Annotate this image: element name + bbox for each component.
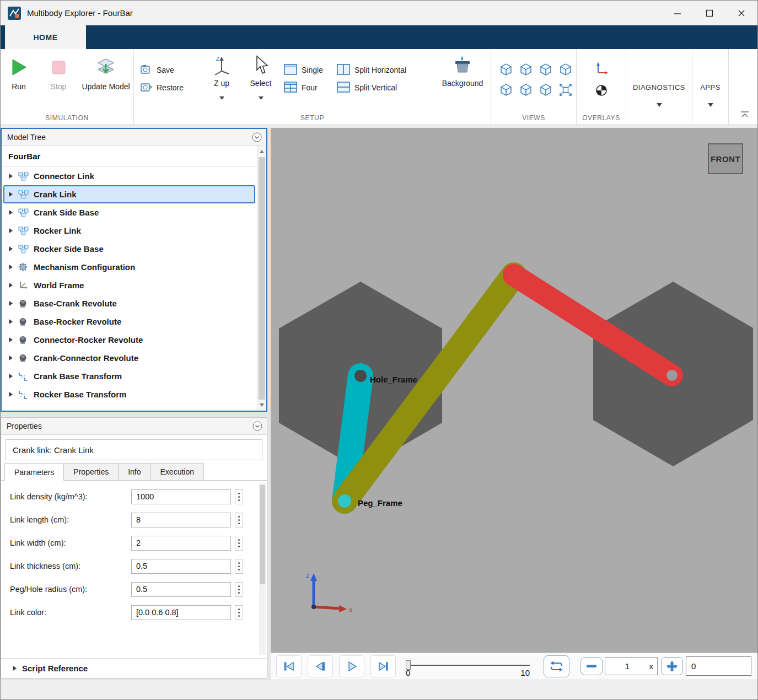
kebab-menu-button[interactable] [235,513,243,527]
peg-frame-marker[interactable] [338,494,351,508]
expand-arrow-icon[interactable] [8,355,13,361]
property-value-input[interactable]: 0.5 [131,582,231,597]
run-button[interactable]: Run [3,55,35,92]
split-vertical-button[interactable]: Split Vertical [337,79,406,96]
tree-item-connector-rocker-revolute[interactable]: Connector-Rocker Revolute [2,331,257,349]
slider-track[interactable] [406,665,530,666]
property-value-input[interactable]: [0.0 0.6 0.8] [131,605,231,620]
property-value-input[interactable]: 8 [131,513,231,527]
expand-arrow-icon[interactable] [8,246,13,252]
side-view-cube-icon[interactable] [519,62,533,77]
step-back-button[interactable] [308,655,333,677]
stop-button[interactable]: Stop [42,55,74,92]
crank-connector-joint[interactable] [506,267,522,283]
kebab-menu-button[interactable] [235,489,243,504]
tree-root-fourbar[interactable]: FourBar [2,146,257,167]
property-value-input[interactable]: 0.5 [131,559,231,574]
step-forward-button[interactable] [370,655,396,677]
tree-item-mechanism-configuration[interactable]: Mechanism Configuration [2,258,257,276]
update-model-button[interactable]: Update Model [80,55,132,92]
expand-arrow-icon[interactable] [8,337,13,343]
tree-item-crank-side-base[interactable]: Crank Side Base [2,203,257,222]
tab-info[interactable]: Info [118,463,150,480]
scroll-up-icon[interactable] [257,147,266,156]
kebab-menu-button[interactable] [235,559,243,574]
background-button[interactable]: Background [436,53,489,89]
speed-increase-button[interactable] [661,657,683,675]
collapse-panel-button[interactable] [252,421,262,431]
frame-triad-overlay-button[interactable] [594,61,609,78]
expand-arrow-icon[interactable] [8,191,13,197]
viewport-3d[interactable]: Hole_Frame Peg_Frame z x FRONT [271,128,758,653]
kebab-menu-button[interactable] [235,582,243,597]
property-value-input[interactable]: 1000 [131,489,231,504]
diagnostics-menu[interactable]: DIAGNOSTICS [626,49,692,125]
save-view-button[interactable]: Save [141,61,184,79]
script-reference-expander[interactable]: Script Reference [1,658,267,678]
four-view-button[interactable]: Four [284,79,323,96]
expand-arrow-icon[interactable] [8,300,13,306]
scroll-down-icon[interactable] [257,401,266,410]
scrollbar-thumb[interactable] [259,157,265,400]
minimize-button[interactable] [662,1,694,25]
expand-arrow-icon[interactable] [8,264,13,270]
apps-menu[interactable]: APPS [692,49,729,125]
current-time-input[interactable]: 0 [686,656,751,676]
zoom-to-fit-icon[interactable] [558,83,573,97]
front-view-cube-icon[interactable] [499,62,513,77]
properties-scrollbar[interactable] [259,483,266,655]
expand-arrow-icon[interactable] [8,282,13,288]
split-horizontal-button[interactable]: Split Horizontal [337,61,406,79]
play-button[interactable] [339,655,364,677]
tree-item-rocker-side-base[interactable]: Rocker Side Base [2,240,257,258]
expand-arrow-icon[interactable] [8,173,13,179]
z-up-button[interactable]: z Z up [205,53,239,102]
kebab-menu-button[interactable] [235,536,243,551]
rocker-hole[interactable] [666,370,678,381]
tab-execution[interactable]: Execution [150,463,204,480]
model-tree-scrollbar[interactable] [257,146,266,411]
time-slider[interactable]: 0 10 [406,653,530,680]
tree-item-connector-link[interactable]: Connector Link [2,167,257,185]
view-orientation-button[interactable]: FRONT [708,143,743,174]
tab-parameters[interactable]: Parameters [4,463,64,481]
expand-arrow-icon[interactable] [8,209,13,216]
maximize-button[interactable] [694,1,725,25]
speed-decrease-button[interactable] [580,657,603,675]
tree-item-crank-base-transform[interactable]: Crank Base Transform [2,367,257,385]
expand-arrow-icon[interactable] [8,391,13,397]
property-value-input[interactable]: 2 [131,536,231,551]
isometric-view-cube-icon[interactable] [558,62,573,77]
kebab-menu-button[interactable] [235,605,243,620]
go-to-start-button[interactable] [276,655,302,677]
back-view-cube-icon[interactable] [499,83,513,97]
restore-view-button[interactable]: Restore [141,79,184,96]
tree-item-rocker-base-transform[interactable]: Rocker Base Transform [2,385,257,403]
panel-splitter[interactable] [1,412,267,417]
loop-button[interactable] [544,655,569,677]
speed-input[interactable]: 1 x [605,657,658,675]
tab-properties[interactable]: Properties [63,463,119,480]
tab-home[interactable]: HOME [5,25,86,49]
tree-item-crank-link[interactable]: Crank Link [3,185,255,203]
scrollbar-thumb[interactable] [260,485,265,584]
tree-item-base-crank-revolute[interactable]: Base-Crank Revolute [2,294,257,313]
close-button[interactable] [725,1,757,25]
single-view-button[interactable]: Single [284,61,323,79]
center-of-mass-overlay-button[interactable] [595,84,608,99]
bottom-view-cube-icon[interactable] [519,83,533,97]
collapse-ribbon-button[interactable] [740,110,750,120]
collapse-panel-button[interactable] [252,132,262,142]
expand-arrow-icon[interactable] [8,319,13,325]
select-button[interactable]: Select [242,53,279,102]
hole-frame-marker[interactable] [354,370,367,382]
perspective-view-cube-icon[interactable] [539,83,553,97]
mechanism-canvas[interactable]: Hole_Frame Peg_Frame z x [271,128,758,653]
tree-item-crank-connector-revolute[interactable]: Crank-Connector Revolute [2,349,257,367]
tree-item-world-frame[interactable]: World Frame [2,276,257,294]
tree-item-rocker-link[interactable]: Rocker Link [2,222,257,240]
top-view-cube-icon[interactable] [539,62,553,77]
expand-arrow-icon[interactable] [8,373,13,379]
tree-item-base-rocker-revolute[interactable]: Base-Rocker Revolute [2,313,257,331]
expand-arrow-icon[interactable] [8,228,13,234]
